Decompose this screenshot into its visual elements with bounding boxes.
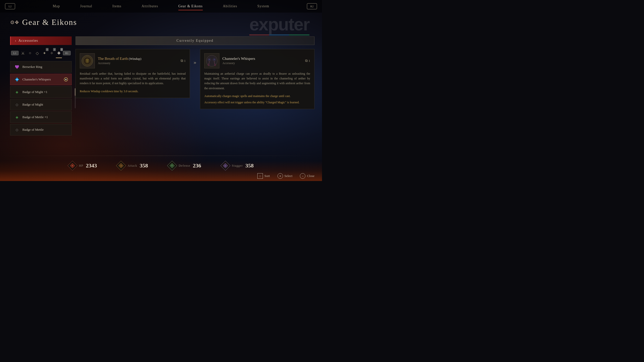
equip-icon-2[interactable]: ✧2 [49, 49, 55, 57]
attack-icon: ⚔ [117, 162, 125, 170]
selected-indicator: ● [64, 77, 68, 81]
r2-trigger[interactable]: R2 [307, 3, 317, 9]
badge-of-might-label: Badge of Might [22, 103, 43, 107]
badge-of-mettle-plus1-label: Badge of Mettle +1 [22, 115, 48, 119]
current-item-description: Residual earth aether that, having faile… [80, 71, 186, 86]
selected-item-effect2: Accessory effect will not trigger unless… [204, 100, 310, 105]
selected-item-info: Channeler's Whispers Accessory [222, 57, 302, 65]
stat-defense: 🛡 Defense 236 [168, 162, 201, 170]
selected-item-card: Channeler's Whispers Accessory ⧉ 1 Maint… [200, 49, 314, 109]
equip-icon-1[interactable]: ✦1 [41, 49, 48, 57]
stat-attack: ⚔ Attack 358 [117, 162, 148, 170]
page-title-icon: ⚙❖ [10, 19, 19, 25]
badge-of-mettle-label: Badge of Mettle [22, 128, 44, 132]
svg-point-8 [208, 64, 209, 66]
hp-label: HP [79, 164, 83, 168]
berserker-ring-label: Berserker Ring [22, 65, 42, 69]
item-badge-of-might-plus1[interactable]: ◈ Badge of Might +1 [10, 86, 72, 98]
berserker-ring-icon: 💜 [14, 64, 20, 70]
attack-value: 358 [140, 162, 148, 169]
hp-icon: ♥ [68, 162, 76, 170]
current-item-name: The Breath of Earth (Windup) [98, 57, 178, 61]
defense-label: Defense [179, 164, 190, 168]
page-title: Gear & Eikons [22, 18, 77, 27]
l1-button[interactable]: L1 [11, 51, 19, 55]
equip-icon-diamond[interactable]: ◇ [34, 49, 41, 57]
arrow-divider: » [190, 49, 200, 66]
equip-icons-row: L1 ⚔ ○ ◇ ✦1 ✧2 ❖3 R1 [10, 49, 72, 57]
selected-item-header: Channeler's Whispers Accessory ⧉ 1 [204, 53, 310, 68]
equip-icon-ring[interactable]: ○ [27, 49, 33, 57]
category-header[interactable]: Accessories [10, 36, 72, 45]
watermark: exputer [249, 14, 309, 34]
equip-icon-sword[interactable]: ⚔ [20, 49, 26, 57]
equipped-cards: The Breath of Earth (Windup) Accessory ⧉… [75, 49, 314, 109]
close-button-icon: ○ [300, 173, 305, 179]
left-panel: Accessories L1 ⚔ ○ ◇ ✦1 ✧2 ❖3 R1 💜 Berse… [10, 36, 72, 135]
nav-abilities[interactable]: Abilities [223, 4, 237, 8]
svg-point-9 [214, 64, 216, 66]
breath-of-earth-image [81, 55, 94, 67]
select-label: Select [285, 174, 293, 178]
nav-items-menu[interactable]: Items [112, 4, 122, 8]
current-item-header: The Breath of Earth (Windup) Accessory ⧉… [80, 53, 186, 68]
defense-value: 236 [193, 162, 201, 169]
channelers-whispers-image [206, 55, 218, 67]
nav-system[interactable]: System [257, 4, 269, 8]
stagger-value: 358 [245, 162, 254, 169]
current-item-card: The Breath of Earth (Windup) Accessory ⧉… [75, 49, 190, 98]
selected-item-type: Accessory [222, 61, 302, 65]
current-item-count: ⧉ 1 [181, 59, 186, 63]
badge-of-might-icon: ◇ [14, 102, 20, 108]
selected-item-count: ⧉ 1 [305, 59, 310, 63]
equip-icon-accessory[interactable]: ❖3 [56, 49, 62, 57]
badge-of-might-plus1-label: Badge of Might +1 [22, 90, 47, 94]
selected-item-thumbnail [204, 53, 219, 68]
sort-button-icon: □ [257, 173, 263, 179]
divider-line [0, 156, 322, 156]
stat-hp: ♥ HP 2343 [68, 162, 97, 170]
select-action[interactable]: ✕ Select [277, 173, 293, 179]
sort-action[interactable]: □ Sort [257, 173, 270, 179]
item-list: 💜 Berserker Ring 💠 Channeler's Whispers … [10, 61, 72, 135]
stats-bar: ♥ HP 2343 ⚔ Attack 358 🛡 Defense 236 ◎ S… [0, 162, 322, 170]
current-item-thumbnail [80, 53, 95, 68]
current-item-type: Accessory [98, 61, 178, 65]
page-title-area: ⚙❖ Gear & Eikons [10, 18, 77, 27]
nav-journal[interactable]: Journal [80, 4, 92, 8]
badge-of-mettle-plus1-icon: ◈ [14, 114, 20, 120]
r1-button[interactable]: R1 [63, 51, 71, 55]
current-item-info: The Breath of Earth (Windup) Accessory [98, 57, 178, 65]
item-berserker-ring[interactable]: 💜 Berserker Ring [10, 61, 72, 73]
svg-point-6 [209, 59, 210, 60]
selected-item-effect1: Automatically charges magic spells and m… [204, 94, 310, 99]
nav-gear-eikons[interactable]: Gear & Eikons [178, 4, 203, 8]
select-button-icon: ✕ [277, 173, 283, 179]
badge-of-mettle-icon: ◇ [14, 127, 20, 133]
item-badge-of-mettle[interactable]: ◇ Badge of Mettle [10, 124, 72, 135]
equipped-header: Currently Equipped [75, 36, 314, 45]
l2-trigger[interactable]: L2 [5, 3, 15, 9]
stagger-icon: ◎ [221, 162, 229, 170]
close-label: Close [307, 174, 314, 178]
badge-of-might-plus1-icon: ◈ [14, 89, 20, 95]
attack-label: Attack [128, 164, 137, 168]
hp-value: 2343 [86, 162, 97, 169]
current-item-effect: Reduces Windup cooldown time by 3.0 seco… [80, 89, 186, 94]
selected-item-description: Maintaining an aetherial charge can prov… [204, 71, 310, 91]
nav-items: Map Journal Items Attributes Gear & Eiko… [15, 4, 307, 8]
equipped-section: Currently Equipped The Breath of Earth [75, 36, 314, 109]
channelers-whispers-icon: 💠 [14, 76, 20, 82]
nav-attributes[interactable]: Attributes [142, 4, 158, 8]
top-navigation: L2 Map Journal Items Attributes Gear & E… [0, 0, 322, 13]
defense-icon: 🛡 [168, 162, 176, 170]
item-badge-of-mettle-plus1[interactable]: ◈ Badge of Mettle +1 [10, 111, 72, 123]
svg-point-7 [214, 59, 215, 60]
sort-label: Sort [264, 174, 270, 178]
close-action[interactable]: ○ Close [300, 173, 314, 179]
nav-map[interactable]: Map [53, 4, 60, 8]
bottom-bar: □ Sort ✕ Select ○ Close [0, 171, 322, 181]
item-badge-of-might[interactable]: ◇ Badge of Might [10, 99, 72, 110]
item-channelers-whispers[interactable]: 💠 Channeler's Whispers ● [10, 74, 72, 85]
selected-item-name: Channeler's Whispers [222, 57, 302, 61]
